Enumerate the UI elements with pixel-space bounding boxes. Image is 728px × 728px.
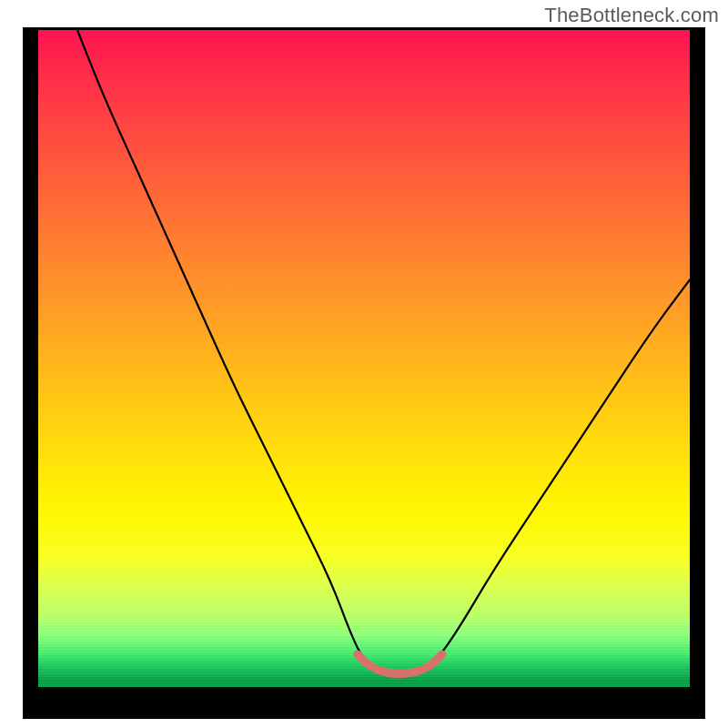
chart-frame: TheBottleneck.com xyxy=(0,0,728,728)
plot-area xyxy=(23,27,705,719)
bottom-bands xyxy=(38,587,690,687)
valley-highlight xyxy=(358,654,442,674)
watermark-text: TheBottleneck.com xyxy=(544,4,719,27)
bottleneck-curve xyxy=(77,30,690,674)
curve-layer xyxy=(38,30,690,687)
gradient-panel xyxy=(38,30,690,687)
